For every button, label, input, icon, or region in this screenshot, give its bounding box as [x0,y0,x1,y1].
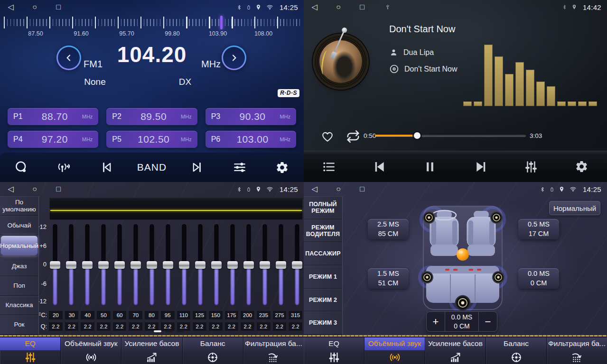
eq-preset-item[interactable]: Рок [0,315,38,335]
delay-front-right-button[interactable]: 0.5 MS 17 CM [518,219,559,239]
slider-handle[interactable] [147,261,157,269]
preset-button-p1[interactable]: P188.70MHz [8,108,98,125]
tab-bass-boost[interactable]: Усиление басов [425,337,486,364]
preset-button-p4[interactable]: P497.20MHz [8,131,98,148]
tune-down-button[interactable] [56,46,81,70]
frequency-scale[interactable]: 87.50 91.60 95.70 99.80 103.90 108.00 [0,14,304,39]
q-value[interactable]: 2.2 [288,322,303,331]
eq-band-slider[interactable] [195,224,206,305]
fc-value[interactable]: 235 [256,310,271,320]
fc-value[interactable]: 70 [128,310,143,320]
slider-handle[interactable] [260,261,270,269]
back-button[interactable]: ◁ [6,182,16,196]
eq-band-slider[interactable] [178,224,190,305]
eq-band-slider[interactable] [49,224,61,305]
q-value[interactable]: 2.2 [177,322,191,331]
eq-band-slider[interactable] [211,224,222,305]
home-button[interactable]: ○ [333,182,344,196]
q-value[interactable]: 2.2 [160,322,175,331]
q-value[interactable]: 2.2 [65,322,79,331]
tab-bass-boost[interactable]: Усиление басов [121,337,182,364]
preset-button-p5[interactable]: P5102.50MHz [106,131,197,148]
eq-preset-item[interactable]: Джаз [0,256,38,276]
tab-eq-sliders[interactable]: EQ [0,337,61,364]
slider-handle[interactable] [195,261,205,269]
q-value[interactable]: 2.2 [240,322,255,331]
eq-band-slider[interactable] [146,224,158,305]
eq-preset-item[interactable]: По умолчанию [0,196,38,216]
slider-handle[interactable] [98,261,109,269]
slider-handle[interactable] [114,261,125,269]
back-button[interactable]: ◁ [309,0,320,14]
slider-handle[interactable] [179,261,189,269]
recents-button[interactable]: □ [53,0,64,14]
seek-bar-thumb[interactable] [414,132,420,139]
tab-filter[interactable]: Фильтрация ба... [243,337,304,364]
surround-mode-item[interactable]: ПАССАЖИР [304,242,342,265]
fc-value[interactable]: 80 [144,310,159,320]
tab-surround[interactable]: Объёмный звук [364,337,425,364]
next-station-icon[interactable] [184,157,209,178]
q-value[interactable]: 2.2 [192,322,207,331]
q-value[interactable]: 2.2 [96,322,111,331]
tab-balance[interactable]: Баланс [183,337,243,364]
slider-handle[interactable] [276,261,286,269]
recents-button[interactable]: □ [357,0,367,14]
eq-preset-item[interactable]: Классика [0,296,38,315]
pause-icon[interactable] [417,156,443,178]
slider-handle[interactable] [243,261,254,269]
repeat-icon[interactable] [344,128,363,145]
surround-mode-item[interactable]: РЕЖИМ 2 [304,289,342,312]
slider-handle[interactable] [50,261,60,269]
fc-value[interactable]: 30 [65,310,79,320]
recents-button[interactable]: □ [357,182,367,196]
tab-surround[interactable]: Объёмный звук [61,337,121,364]
q-value[interactable]: 2.2 [256,322,271,331]
previous-station-icon[interactable] [94,157,120,178]
q-value[interactable]: 2.2 [224,322,239,331]
album-art[interactable] [314,35,367,88]
delay-decrease-button[interactable]: − [479,312,497,331]
settings-gear-icon[interactable] [569,156,595,178]
preset-button-p3[interactable]: P390.30MHz [205,108,296,125]
eq-band-slider[interactable] [259,224,271,305]
eq-band-slider[interactable] [65,224,77,305]
broadcast-icon[interactable] [51,157,77,178]
fc-value[interactable]: 60 [112,310,127,320]
tab-filter[interactable]: Фильтрация ба... [547,337,607,364]
slider-handle[interactable] [66,261,76,269]
fc-value[interactable]: 175 [224,310,239,320]
fc-value[interactable]: 315 [288,310,303,320]
surround-mode-item[interactable]: РЕЖИМ 1 [304,265,342,289]
tab-balance[interactable]: Баланс [486,337,547,364]
surround-mode-item[interactable]: ПОЛНЫЙ РЕЖИМ [304,196,342,219]
q-value[interactable]: 2.2 [80,322,95,331]
preset-button-p6[interactable]: P6103.00MHz [205,131,296,148]
fc-value[interactable]: 50 [96,310,111,320]
eq-band-slider[interactable] [243,224,254,305]
fc-value[interactable]: 95 [160,310,175,320]
eq-settings-icon[interactable] [227,157,252,178]
previous-track-icon[interactable] [367,156,392,178]
slider-handle[interactable] [292,261,302,269]
slider-handle[interactable] [82,261,93,269]
fc-value[interactable]: 110 [177,310,191,320]
fc-value[interactable]: 40 [80,310,95,320]
eq-band-slider[interactable] [162,224,174,305]
eq-band-slider[interactable] [130,224,141,305]
home-button[interactable]: ○ [333,0,344,14]
q-value[interactable]: 2.2 [48,322,63,331]
delay-rear-right-button[interactable]: 0.0 MS 0 CM [518,268,559,289]
next-track-icon[interactable] [468,156,494,178]
q-value[interactable]: 2.2 [128,322,143,331]
favorite-heart-icon[interactable] [318,128,337,145]
fc-value[interactable]: 275 [272,310,287,320]
eq-band-slider[interactable] [227,224,238,305]
surround-mode-item[interactable]: РЕЖИМ 3 [304,311,342,335]
delay-front-left-button[interactable]: 2.5 MS 85 CM [368,219,409,239]
eq-band-slider[interactable] [291,224,303,305]
eq-band-slider[interactable] [82,224,93,305]
recents-button[interactable]: □ [53,182,64,196]
delay-rear-left-button[interactable]: 1.5 MS 51 CM [368,268,409,289]
slider-handle[interactable] [211,261,222,269]
